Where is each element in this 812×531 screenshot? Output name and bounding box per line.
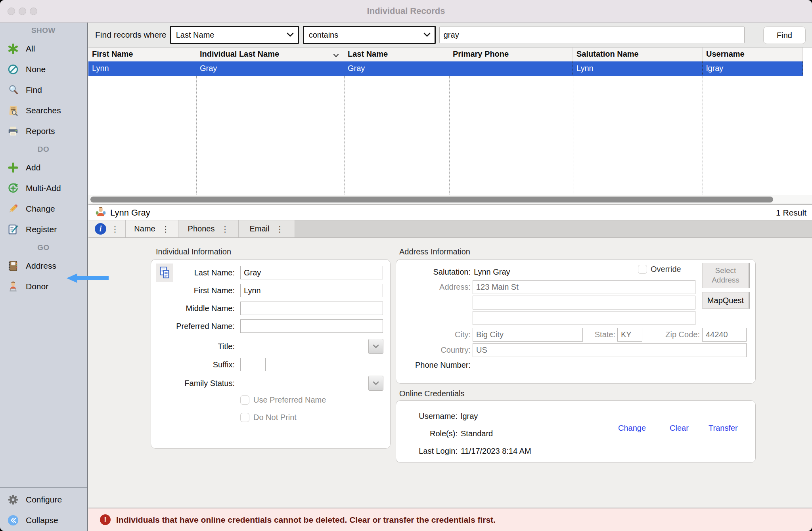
circular-plus-icon bbox=[7, 182, 19, 195]
individual-information-panel: Last Name: First Name: Middle Name: Pref… bbox=[151, 259, 391, 449]
last-name-field[interactable] bbox=[240, 266, 383, 279]
scrollbar-thumb[interactable] bbox=[90, 197, 773, 202]
country-label: Country: bbox=[396, 346, 471, 355]
suffix-field[interactable] bbox=[240, 358, 266, 371]
salutation-label: Salutation: bbox=[396, 267, 471, 277]
clear-credentials-link[interactable]: Clear bbox=[670, 424, 689, 433]
field-select[interactable]: Last Name bbox=[170, 26, 299, 44]
sidebar-item-find[interactable]: Find bbox=[0, 80, 87, 100]
sidebar-item-change[interactable]: Change bbox=[0, 199, 87, 219]
gear-icon bbox=[7, 493, 19, 506]
sidebar-item-label: Searches bbox=[26, 106, 61, 115]
info-segment[interactable]: i ⋮ bbox=[88, 220, 126, 237]
sidebar-item-label: Change bbox=[26, 204, 55, 214]
column-divider bbox=[703, 76, 703, 195]
do-not-print-checkbox[interactable] bbox=[240, 413, 249, 422]
select-address-button[interactable]: Select Address bbox=[702, 263, 750, 288]
table-header-row: First Name Individual Last Name Last Nam… bbox=[88, 48, 812, 61]
sidebar-item-multi-add[interactable]: Multi-Add bbox=[0, 178, 87, 199]
column-header-username[interactable]: Username bbox=[703, 48, 803, 61]
result-count: 1 Result bbox=[776, 208, 806, 218]
pencil-icon bbox=[7, 202, 19, 215]
do-not-print-row: Do Not Print bbox=[240, 413, 297, 422]
transfer-credentials-link[interactable]: Transfer bbox=[709, 424, 738, 433]
column-divider bbox=[196, 76, 197, 195]
operator-select[interactable]: contains bbox=[303, 26, 436, 44]
table-cell bbox=[449, 61, 573, 76]
address-line2-field[interactable] bbox=[473, 296, 695, 309]
title-dropdown-button[interactable] bbox=[368, 339, 383, 354]
find-bar: Find records where Last Name contains Fi… bbox=[88, 23, 812, 48]
sidebar-item-all[interactable]: All bbox=[0, 38, 87, 59]
sidebar-item-label: Address bbox=[26, 261, 56, 271]
field-label-preferred-name: Preferred Name: bbox=[151, 322, 237, 331]
segment-menu-dots-icon[interactable]: ⋮ bbox=[162, 225, 170, 233]
table-row-selected[interactable]: Lynn Gray Gray Lynn lgray bbox=[88, 61, 812, 76]
tab-name[interactable]: Name ⋮ bbox=[126, 220, 178, 237]
column-divider bbox=[344, 76, 345, 195]
table-cell: Gray bbox=[344, 61, 449, 76]
titlebar: Individual Records bbox=[0, 0, 812, 23]
segment-menu-dots-icon[interactable]: ⋮ bbox=[276, 225, 284, 233]
segment-menu-dots-icon[interactable]: ⋮ bbox=[221, 225, 229, 233]
search-query-input[interactable] bbox=[439, 27, 745, 43]
roles-value: Standard bbox=[461, 429, 493, 438]
zip-code-field[interactable] bbox=[702, 328, 747, 342]
middle-name-field[interactable] bbox=[240, 302, 383, 315]
sidebar-item-reports[interactable]: Reports bbox=[0, 121, 87, 141]
warning-banner: ! Individuals that have online credentia… bbox=[88, 508, 812, 531]
detail-content: Individual Information Last Name: First … bbox=[88, 238, 812, 508]
address-line1-field[interactable] bbox=[473, 280, 695, 294]
override-label: Override bbox=[651, 265, 681, 274]
sidebar-item-label: Reports bbox=[26, 126, 55, 136]
column-header-primary-phone[interactable]: Primary Phone bbox=[449, 48, 573, 61]
sidebar-item-label: Configure bbox=[26, 495, 62, 504]
tab-phones[interactable]: Phones ⋮ bbox=[178, 220, 239, 237]
address-information-panel: Salutation: Lynn Gray Override Select Ad… bbox=[396, 259, 756, 384]
table-header-gutter bbox=[803, 48, 812, 61]
find-bar-label: Find records where bbox=[95, 30, 167, 40]
sidebar-item-configure[interactable]: Configure bbox=[0, 489, 87, 510]
field-label-last-name: Last Name: bbox=[151, 268, 237, 277]
address-line3-field[interactable] bbox=[473, 311, 695, 325]
operator-select-value: contains bbox=[309, 31, 339, 40]
salutation-value: Lynn Gray bbox=[474, 267, 510, 277]
horizontal-scrollbar[interactable] bbox=[88, 195, 812, 204]
column-header-first-name[interactable]: First Name bbox=[88, 48, 196, 61]
segment-menu-dots-icon[interactable]: ⋮ bbox=[111, 225, 119, 233]
column-header-salutation-name[interactable]: Salutation Name bbox=[573, 48, 703, 61]
field-label-first-name: First Name: bbox=[151, 286, 237, 295]
column-header-individual-last-name[interactable]: Individual Last Name bbox=[196, 48, 344, 61]
family-status-dropdown-button[interactable] bbox=[368, 376, 383, 391]
sidebar-item-label: Collapse bbox=[26, 516, 58, 525]
column-divider bbox=[803, 76, 803, 195]
sidebar-item-register[interactable]: Register bbox=[0, 219, 87, 240]
country-field[interactable] bbox=[473, 343, 747, 357]
override-checkbox[interactable] bbox=[638, 265, 647, 274]
mapquest-button[interactable]: MapQuest bbox=[702, 292, 750, 309]
checkbox-label: Do Not Print bbox=[253, 413, 297, 422]
sidebar-item-add[interactable]: Add bbox=[0, 157, 87, 178]
sidebar-item-none[interactable]: None bbox=[0, 59, 87, 80]
city-field[interactable] bbox=[473, 328, 583, 342]
preferred-name-field[interactable] bbox=[240, 319, 383, 333]
register-pad-icon bbox=[7, 223, 19, 236]
chevron-down-icon bbox=[373, 344, 379, 348]
last-login-value: 11/17/2023 8:14 AM bbox=[461, 447, 531, 456]
city-label: City: bbox=[396, 330, 471, 339]
find-button[interactable]: Find bbox=[763, 27, 806, 44]
state-field[interactable] bbox=[617, 328, 642, 342]
field-label-title: Title: bbox=[151, 342, 237, 351]
tab-email[interactable]: Email ⋮ bbox=[239, 220, 295, 237]
first-name-field[interactable] bbox=[240, 284, 383, 297]
section-title-online-credentials: Online Credentials bbox=[399, 389, 465, 398]
sidebar-item-collapse[interactable]: Collapse bbox=[0, 510, 87, 531]
use-preferred-name-checkbox[interactable] bbox=[240, 395, 249, 405]
section-title-address-information: Address Information bbox=[399, 247, 470, 256]
info-icon[interactable]: i bbox=[95, 223, 106, 235]
change-credentials-link[interactable]: Change bbox=[618, 424, 646, 433]
column-header-last-name[interactable]: Last Name bbox=[344, 48, 449, 61]
sidebar-item-searches[interactable]: Searches bbox=[0, 100, 87, 121]
table-cell: Lynn bbox=[573, 61, 703, 76]
warning-message: Individuals that have online credentials… bbox=[116, 515, 496, 525]
